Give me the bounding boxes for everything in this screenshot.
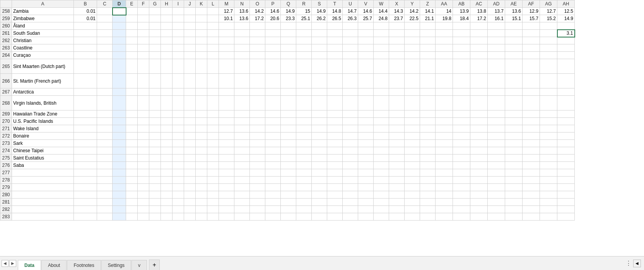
- cell-u-263[interactable]: [343, 44, 358, 52]
- cell-s-279[interactable]: [312, 184, 327, 191]
- cell-ad-278[interactable]: [488, 177, 505, 184]
- cell-v-265[interactable]: [358, 59, 374, 74]
- cell-ae-262[interactable]: [505, 37, 523, 44]
- cell-ac-279[interactable]: [470, 184, 488, 191]
- cell-af-275[interactable]: [523, 155, 540, 162]
- cell-ae-271[interactable]: [505, 125, 523, 132]
- cell-q-280[interactable]: [281, 191, 296, 199]
- cell-f-264[interactable]: [138, 52, 149, 59]
- cell-e-269[interactable]: [126, 110, 138, 118]
- cell-k-258[interactable]: [196, 8, 207, 15]
- row-number[interactable]: 279: [0, 184, 12, 191]
- cell-ag-268[interactable]: [540, 96, 557, 110]
- cell-b-265[interactable]: [74, 59, 97, 74]
- cell-ag-275[interactable]: [540, 155, 557, 162]
- cell-x-272[interactable]: [389, 132, 405, 140]
- cell-o-265[interactable]: [250, 59, 265, 74]
- table-row[interactable]: 270U.S. Pacific Islands: [0, 118, 575, 125]
- cell-ab-277[interactable]: [453, 169, 470, 177]
- cell-a-266[interactable]: St. Martin (French part): [12, 74, 74, 88]
- cell-r-258[interactable]: 15: [296, 8, 312, 15]
- cell-r-283[interactable]: [296, 213, 312, 221]
- cell-v-281[interactable]: [358, 199, 374, 206]
- cell-e-282[interactable]: [126, 206, 138, 213]
- table-row[interactable]: 277: [0, 169, 575, 177]
- cell-ab-271[interactable]: [453, 125, 470, 132]
- cell-c-280[interactable]: [97, 191, 113, 199]
- cell-e-268[interactable]: [126, 96, 138, 110]
- cell-f-274[interactable]: [138, 147, 149, 155]
- cell-d-282[interactable]: [113, 206, 126, 213]
- cell-aa-281[interactable]: [436, 199, 453, 206]
- cell-ad-282[interactable]: [488, 206, 505, 213]
- cell-o-266[interactable]: [250, 74, 265, 88]
- cell-l-264[interactable]: [207, 52, 219, 59]
- cell-y-276[interactable]: [405, 162, 420, 169]
- cell-s-266[interactable]: [312, 74, 327, 88]
- cell-ab-272[interactable]: [453, 132, 470, 140]
- cell-ab-261[interactable]: [453, 30, 470, 37]
- cell-m-259[interactable]: 10.1: [219, 15, 234, 22]
- cell-r-273[interactable]: [296, 140, 312, 147]
- cell-s-276[interactable]: [312, 162, 327, 169]
- cell-j-276[interactable]: [184, 162, 196, 169]
- cell-ac-275[interactable]: [470, 155, 488, 162]
- cell-ac-262[interactable]: [470, 37, 488, 44]
- row-number[interactable]: 258: [0, 8, 12, 15]
- cell-m-277[interactable]: [219, 169, 234, 177]
- cell-ad-276[interactable]: [488, 162, 505, 169]
- cell-u-267[interactable]: [343, 88, 358, 96]
- cell-v-262[interactable]: [358, 37, 374, 44]
- cell-ah-271[interactable]: [557, 125, 575, 132]
- cell-q-283[interactable]: [281, 213, 296, 221]
- table-row[interactable]: 275Saint Eustatius: [0, 155, 575, 162]
- cell-i-266[interactable]: [173, 74, 184, 88]
- cell-af-264[interactable]: [523, 52, 540, 59]
- cell-r-262[interactable]: [296, 37, 312, 44]
- cell-f-281[interactable]: [138, 199, 149, 206]
- cell-n-261[interactable]: [234, 30, 250, 37]
- cell-q-268[interactable]: [281, 96, 296, 110]
- cell-af-280[interactable]: [523, 191, 540, 199]
- cell-aa-267[interactable]: [436, 88, 453, 96]
- row-number[interactable]: 263: [0, 44, 12, 52]
- cell-ag-265[interactable]: [540, 59, 557, 74]
- col-header-q[interactable]: Q: [281, 0, 296, 8]
- row-number[interactable]: 282: [0, 206, 12, 213]
- cell-p-277[interactable]: [265, 169, 281, 177]
- col-header-j[interactable]: J: [184, 0, 196, 8]
- cell-m-275[interactable]: [219, 155, 234, 162]
- cell-l-261[interactable]: [207, 30, 219, 37]
- cell-a-283[interactable]: [12, 213, 74, 221]
- cell-w-281[interactable]: [374, 199, 389, 206]
- cell-q-272[interactable]: [281, 132, 296, 140]
- cell-h-267[interactable]: [161, 88, 173, 96]
- cell-e-283[interactable]: [126, 213, 138, 221]
- cell-b-269[interactable]: [74, 110, 97, 118]
- cell-r-265[interactable]: [296, 59, 312, 74]
- cell-s-280[interactable]: [312, 191, 327, 199]
- cell-af-265[interactable]: [523, 59, 540, 74]
- table-row[interactable]: 260Åland: [0, 22, 575, 30]
- cell-j-280[interactable]: [184, 191, 196, 199]
- cell-f-267[interactable]: [138, 88, 149, 96]
- cell-aa-275[interactable]: [436, 155, 453, 162]
- cell-l-265[interactable]: [207, 59, 219, 74]
- cell-m-280[interactable]: [219, 191, 234, 199]
- cell-z-274[interactable]: [420, 147, 436, 155]
- cell-c-268[interactable]: [97, 96, 113, 110]
- cell-f-279[interactable]: [138, 184, 149, 191]
- cell-o-281[interactable]: [250, 199, 265, 206]
- cell-d-268[interactable]: [113, 96, 126, 110]
- cell-p-268[interactable]: [265, 96, 281, 110]
- cell-q-282[interactable]: [281, 206, 296, 213]
- cell-y-280[interactable]: [405, 191, 420, 199]
- cell-e-271[interactable]: [126, 125, 138, 132]
- cell-y-266[interactable]: [405, 74, 420, 88]
- cell-n-278[interactable]: [234, 177, 250, 184]
- cell-aa-279[interactable]: [436, 184, 453, 191]
- cell-u-281[interactable]: [343, 199, 358, 206]
- cell-x-281[interactable]: [389, 199, 405, 206]
- cell-z-280[interactable]: [420, 191, 436, 199]
- cell-n-260[interactable]: [234, 22, 250, 30]
